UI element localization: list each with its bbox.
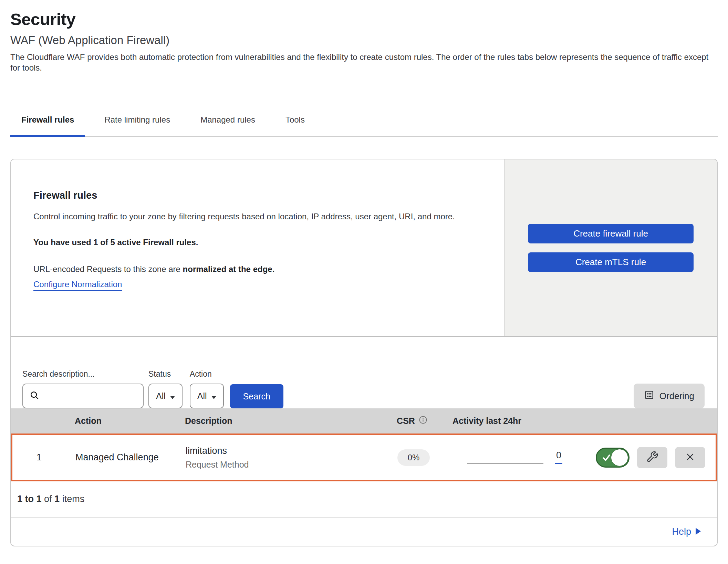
normalization-note: URL-encoded Requests to this zone are no… bbox=[33, 264, 483, 274]
header-csr-label: CSR bbox=[397, 416, 415, 426]
usage-summary: You have used 1 of 5 active Firewall rul… bbox=[33, 238, 483, 247]
search-button-group: Search bbox=[230, 384, 283, 408]
search-icon bbox=[29, 390, 40, 402]
rule-csr-cell: 0% bbox=[377, 449, 450, 466]
tab-firewall-rules[interactable]: Firewall rules bbox=[10, 103, 85, 136]
configure-normalization-link[interactable]: Configure Normalization bbox=[33, 280, 122, 291]
status-group: Status All bbox=[148, 369, 183, 408]
action-dropdown-value: All bbox=[197, 391, 207, 401]
page-description: The Cloudflare WAF provides both automat… bbox=[10, 52, 716, 73]
overview-heading: Firewall rules bbox=[33, 190, 483, 201]
search-label: Search description... bbox=[22, 369, 144, 379]
close-icon bbox=[685, 452, 695, 463]
help-link-label: Help bbox=[672, 526, 691, 537]
ordering-button-label: Ordering bbox=[659, 391, 694, 401]
rule-action: Managed Challenge bbox=[66, 452, 176, 463]
header-csr: CSR bbox=[376, 415, 448, 427]
normalization-bold: normalized at the edge. bbox=[183, 264, 275, 274]
activity-sparkline bbox=[467, 463, 543, 464]
rule-description: limitations bbox=[186, 446, 377, 456]
overview-text-panel: Firewall rules Control incoming traffic … bbox=[11, 159, 504, 336]
overview-actions-panel: Create firewall rule Create mTLS rule bbox=[504, 159, 717, 336]
page-subtitle: WAF (Web Application Firewall) bbox=[10, 34, 718, 47]
delete-rule-button[interactable] bbox=[675, 447, 705, 468]
rule-expression: Request Method bbox=[186, 460, 377, 470]
rules-tabbar: Firewall rules Rate limiting rules Manag… bbox=[10, 103, 718, 137]
ordering-list-icon bbox=[644, 390, 654, 403]
search-input[interactable] bbox=[43, 391, 137, 401]
overview-section: Firewall rules Control incoming traffic … bbox=[11, 159, 717, 337]
status-dropdown-value: All bbox=[156, 391, 166, 401]
tab-tools[interactable]: Tools bbox=[274, 103, 316, 136]
help-link[interactable]: Help bbox=[672, 526, 701, 537]
activity-count-link[interactable]: 0 bbox=[555, 451, 562, 464]
chevron-down-icon bbox=[211, 391, 216, 401]
create-mtls-rule-button[interactable]: Create mTLS rule bbox=[528, 252, 694, 272]
header-description: Description bbox=[175, 416, 376, 426]
wrench-icon bbox=[646, 451, 658, 464]
action-group: Action All bbox=[190, 369, 224, 408]
action-dropdown[interactable]: All bbox=[190, 384, 224, 408]
rule-enabled-toggle[interactable] bbox=[596, 448, 630, 468]
items-total: 1 bbox=[54, 494, 60, 504]
tab-managed-rules[interactable]: Managed rules bbox=[189, 103, 266, 136]
header-action: Action bbox=[64, 416, 175, 426]
check-icon bbox=[601, 452, 612, 463]
create-firewall-rule-button[interactable]: Create firewall rule bbox=[528, 224, 694, 243]
table-row: 1 Managed Challenge limitations Request … bbox=[11, 434, 717, 481]
firewall-rules-card: Firewall rules Control incoming traffic … bbox=[10, 159, 718, 546]
csr-badge: 0% bbox=[397, 449, 430, 466]
items-word: items bbox=[62, 494, 85, 504]
chevron-down-icon bbox=[170, 391, 175, 401]
ordering-button[interactable]: Ordering bbox=[634, 384, 705, 408]
table-header-row: Action Description CSR Activity last 24h… bbox=[11, 408, 717, 434]
rule-priority: 1 bbox=[12, 452, 66, 463]
filter-bar: Search description... Status All Action bbox=[11, 337, 717, 408]
security-waf-page: Security WAF (Web Application Firewall) … bbox=[0, 0, 728, 546]
toggle-knob bbox=[611, 449, 628, 466]
arrow-right-icon bbox=[696, 526, 701, 537]
overview-description: Control incoming traffic to your zone by… bbox=[33, 209, 483, 224]
action-label: Action bbox=[190, 369, 224, 379]
status-dropdown[interactable]: All bbox=[148, 384, 183, 408]
rule-controls bbox=[577, 447, 716, 468]
search-field[interactable] bbox=[22, 384, 144, 408]
page-title: Security bbox=[10, 10, 718, 29]
status-label: Status bbox=[148, 369, 183, 379]
search-group: Search description... bbox=[22, 369, 144, 408]
help-row: Help bbox=[11, 518, 717, 546]
info-icon[interactable] bbox=[418, 415, 428, 427]
search-button[interactable]: Search bbox=[230, 384, 283, 408]
edit-rule-button[interactable] bbox=[637, 447, 667, 468]
tab-rate-limiting-rules[interactable]: Rate limiting rules bbox=[93, 103, 181, 136]
rule-description-cell: limitations Request Method bbox=[176, 446, 377, 470]
header-activity: Activity last 24hr bbox=[448, 416, 576, 426]
rule-activity-cell: 0 bbox=[450, 451, 577, 464]
items-of: of bbox=[44, 494, 52, 504]
normalization-prefix: URL-encoded Requests to this zone are bbox=[33, 264, 183, 274]
items-range: 1 to 1 bbox=[17, 494, 42, 504]
pagination-summary: 1 to 1 of 1 items bbox=[11, 481, 717, 518]
